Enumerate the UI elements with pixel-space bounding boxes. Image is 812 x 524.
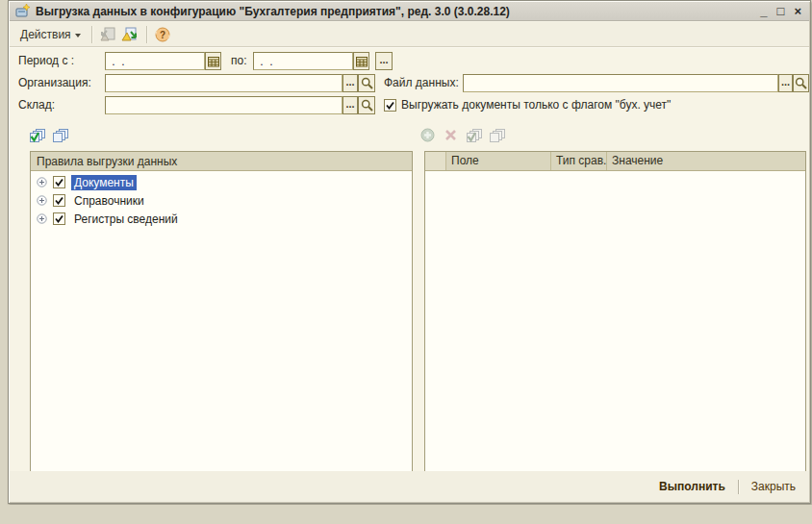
main-toolbar: Действия ?: [10, 22, 809, 47]
export-rules-tree[interactable]: Документы Справочники: [31, 171, 412, 471]
export-rules-panel: Правила выгрузки данных Документы: [30, 151, 413, 472]
flag-checkbox[interactable]: [384, 99, 396, 112]
delete-icon: [444, 129, 457, 141]
checkmark-icon: [385, 100, 395, 111]
uncheck-all-button[interactable]: [51, 127, 69, 143]
desktop-background: [0, 505, 812, 524]
data-file-ellipsis-button[interactable]: ...: [778, 74, 793, 92]
calendar-icon: [208, 56, 219, 67]
check-all-button[interactable]: [28, 127, 46, 143]
check-all-icon: [29, 128, 46, 143]
data-file-label: Файл данных:: [384, 74, 459, 92]
period-from-calendar-button[interactable]: [205, 52, 221, 70]
period-label: Период с :: [18, 52, 74, 70]
calendar-icon: [356, 56, 368, 67]
organization-input[interactable]: [105, 74, 343, 92]
save-values-icon: [121, 27, 140, 42]
period-ellipsis-button[interactable]: ...: [375, 52, 393, 70]
filter-table-header: Поле Тип срав... Значение: [425, 152, 805, 171]
uncheck-all-button-disabled: [488, 127, 506, 143]
uncheck-all-icon: [489, 128, 506, 143]
check-all-icon: [466, 128, 483, 143]
uncheck-all-icon: [52, 128, 69, 143]
flag-checkbox-label[interactable]: Выгружать документы только с флагом "бух…: [401, 98, 671, 112]
tree-row-documents[interactable]: Документы: [31, 173, 412, 191]
period-to-label: по:: [231, 52, 247, 70]
period-from-input[interactable]: [105, 52, 205, 70]
flag-checkbox-row: Выгружать документы только с флагом "бух…: [384, 98, 671, 112]
footer-bar: Выполнить Закрыть: [10, 471, 809, 502]
toolbar-separator: [146, 26, 147, 43]
organization-label: Организация:: [18, 74, 91, 92]
tree-item-label[interactable]: Документы: [71, 175, 137, 190]
checkmark-icon: [54, 177, 64, 187]
delete-button: [442, 127, 460, 143]
export-rules-header: Правила выгрузки данных: [31, 152, 412, 171]
add-button: [419, 127, 437, 143]
filter-toolbar: [419, 127, 506, 143]
check-all-button-disabled: [465, 127, 483, 143]
expand-icon[interactable]: [37, 213, 47, 224]
export-data-window: Выгрузка данных в конфигурацию "Бухгалте…: [8, 0, 811, 504]
checkmark-icon: [54, 195, 64, 206]
organization-search-button[interactable]: [358, 74, 375, 92]
help-button[interactable]: ?: [151, 24, 174, 45]
window-title: Выгрузка данных в конфигурацию "Бухгалте…: [36, 5, 755, 18]
add-icon: [420, 128, 435, 142]
column-compare-type[interactable]: Тип срав...: [551, 152, 607, 170]
tree-row-catalogs[interactable]: Справочники: [31, 191, 412, 210]
close-button[interactable]: ×: [794, 6, 801, 17]
magnifier-icon: [361, 77, 373, 89]
magnifier-icon: [795, 77, 807, 89]
expand-icon[interactable]: [37, 195, 47, 206]
tree-item-label[interactable]: Справочники: [71, 193, 147, 209]
minimize-button[interactable]: _: [760, 6, 767, 17]
period-to-calendar-button[interactable]: [353, 52, 369, 70]
warehouse-search-button[interactable]: [358, 96, 375, 114]
warehouse-input[interactable]: [105, 96, 343, 114]
period-to-input[interactable]: [253, 52, 353, 70]
column-marker: [425, 152, 446, 170]
execute-button[interactable]: Выполнить: [655, 478, 729, 495]
expand-icon[interactable]: [37, 177, 47, 187]
save-values-button[interactable]: [119, 24, 142, 45]
tree-row-info-registers[interactable]: Регистры сведений: [31, 210, 412, 228]
actions-menu-button[interactable]: Действия: [13, 24, 88, 44]
restore-values-icon: [98, 27, 116, 42]
chevron-down-icon: [75, 34, 81, 37]
footer-separator: [738, 480, 739, 494]
column-value[interactable]: Значение: [607, 152, 805, 170]
data-file-search-button[interactable]: [793, 74, 809, 92]
maximize-button[interactable]: □: [777, 6, 785, 17]
filter-panel: Поле Тип срав... Значение: [424, 151, 806, 472]
warehouse-ellipsis-button[interactable]: ...: [343, 96, 358, 114]
magnifier-icon: [361, 99, 373, 112]
restore-values-button: [96, 24, 119, 45]
help-icon: ?: [155, 27, 170, 42]
rules-toolbar: [28, 127, 69, 143]
tree-checkbox[interactable]: [53, 212, 65, 225]
tree-checkbox[interactable]: [53, 176, 65, 188]
organization-ellipsis-button[interactable]: ...: [343, 74, 358, 92]
tree-item-label[interactable]: Регистры сведений: [71, 212, 181, 227]
titlebar[interactable]: Выгрузка данных в конфигурацию "Бухгалте…: [10, 2, 809, 21]
column-field[interactable]: Поле: [446, 152, 551, 170]
toolbar-separator: [91, 26, 92, 43]
close-form-button[interactable]: Закрыть: [748, 478, 799, 495]
warehouse-label: Склад:: [18, 96, 55, 114]
checkmark-icon: [54, 213, 64, 224]
actions-menu-label: Действия: [20, 28, 71, 41]
filter-table-body[interactable]: [425, 171, 805, 471]
svg-text:?: ?: [160, 29, 165, 39]
data-file-input[interactable]: [463, 74, 778, 92]
tree-checkbox[interactable]: [53, 194, 65, 207]
window-icon: [15, 4, 31, 18]
